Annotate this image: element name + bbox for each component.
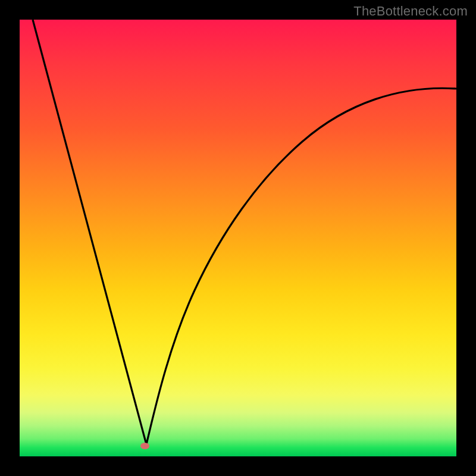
curve-right-branch: [146, 88, 456, 444]
watermark-text: TheBottleneck.com: [353, 4, 468, 19]
curve-svg: [20, 20, 456, 456]
curve-left-branch: [33, 20, 146, 444]
minimum-marker: [140, 443, 149, 449]
chart-frame: TheBottleneck.com: [0, 0, 476, 476]
plot-area: [20, 20, 456, 456]
